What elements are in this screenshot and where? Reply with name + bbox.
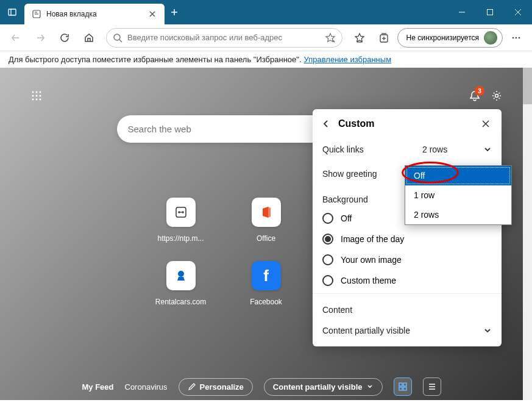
infobar-link[interactable]: Управление избранным xyxy=(304,55,392,64)
svg-rect-49 xyxy=(403,387,406,390)
background-option[interactable]: Image of the day xyxy=(313,229,502,249)
chevron-down-icon xyxy=(483,326,492,335)
feed-tab-coronavirus[interactable]: Coronavirus xyxy=(125,382,168,392)
personalize-button[interactable]: Personalize xyxy=(179,378,253,396)
page-settings-panel: Custom Quick links 2 rows Show greeting … xyxy=(313,109,502,346)
dropdown-option[interactable]: Off xyxy=(405,166,511,185)
tile-label: Office xyxy=(257,234,275,243)
background-option[interactable]: Your own image xyxy=(313,249,502,270)
new-tab-button[interactable] xyxy=(165,8,184,16)
svg-point-40 xyxy=(178,271,184,277)
page-icon xyxy=(166,198,196,227)
back-button[interactable] xyxy=(5,27,27,49)
quick-link-tile[interactable]: https://ntp.m... xyxy=(154,198,208,243)
notification-badge: 3 xyxy=(475,86,484,96)
tab-close-icon[interactable] xyxy=(147,9,157,19)
notifications-button[interactable]: 3 xyxy=(464,85,486,107)
pencil-icon xyxy=(188,382,196,391)
infobar-text: Для быстрого доступа поместите избранные… xyxy=(9,55,302,64)
svg-point-13 xyxy=(114,34,120,40)
omnibox-input[interactable] xyxy=(127,33,320,42)
svg-point-37 xyxy=(179,212,180,213)
office-icon xyxy=(252,198,281,227)
tile-label: https://ntp.m... xyxy=(157,234,204,243)
svg-point-28 xyxy=(36,95,38,97)
svg-point-24 xyxy=(32,91,34,93)
svg-point-22 xyxy=(516,37,517,38)
svg-point-26 xyxy=(40,91,41,93)
quick-link-tile[interactable]: f Facebook xyxy=(239,261,294,306)
svg-point-27 xyxy=(32,95,34,97)
browser-tab[interactable]: Новая вкладка xyxy=(24,4,165,24)
svg-rect-48 xyxy=(399,387,402,390)
quick-links-dropdown[interactable]: Off1 row2 rows xyxy=(405,165,512,225)
svg-point-30 xyxy=(32,99,34,101)
avatar xyxy=(484,31,497,45)
svg-rect-47 xyxy=(403,383,406,386)
app-launcher-button[interactable] xyxy=(27,86,46,106)
facebook-icon: f xyxy=(252,261,281,290)
rentalcars-icon xyxy=(166,261,196,290)
profile-sync-button[interactable]: Не синхронизируется xyxy=(397,28,503,48)
content-visibility-row[interactable]: Content partially visible xyxy=(313,318,502,343)
dropdown-option[interactable]: 1 row xyxy=(405,185,511,205)
svg-point-33 xyxy=(495,95,498,98)
tile-label: Rentalcars.com xyxy=(155,298,206,306)
close-button[interactable] xyxy=(504,0,532,24)
svg-line-14 xyxy=(119,40,122,42)
feed-tab-myfeed[interactable]: My Feed xyxy=(82,382,113,392)
radio-icon xyxy=(322,234,333,245)
panel-close-button[interactable] xyxy=(480,118,492,130)
sync-label: Не синхронизируется xyxy=(406,34,479,42)
dropdown-option[interactable]: 2 rows xyxy=(405,205,511,224)
scrollbar[interactable] xyxy=(523,68,532,400)
tile-label: Facebook xyxy=(250,298,282,306)
refresh-button[interactable] xyxy=(54,27,76,49)
svg-point-38 xyxy=(182,212,183,213)
page-icon xyxy=(32,9,41,19)
svg-point-32 xyxy=(40,99,41,101)
favorites-info-bar: Для быстрого доступа поместите избранные… xyxy=(0,51,532,68)
panel-back-button[interactable] xyxy=(320,118,332,130)
minimize-button[interactable] xyxy=(448,0,476,24)
collections-button[interactable] xyxy=(373,27,395,49)
chevron-down-icon xyxy=(483,145,492,154)
address-bar[interactable] xyxy=(106,28,342,48)
radio-icon xyxy=(322,213,333,224)
svg-point-23 xyxy=(519,37,520,38)
home-button[interactable] xyxy=(78,27,100,49)
gear-icon xyxy=(491,90,503,102)
panel-title: Custom xyxy=(338,118,473,129)
svg-point-29 xyxy=(40,95,41,97)
forward-button[interactable] xyxy=(29,27,51,49)
svg-point-25 xyxy=(36,91,38,93)
quick-links-row[interactable]: Quick links 2 rows xyxy=(313,137,502,162)
quick-link-tile[interactable]: Rentalcars.com xyxy=(154,261,208,306)
tab-actions-button[interactable] xyxy=(0,7,24,17)
favorites-button[interactable] xyxy=(349,27,371,49)
page-settings-button[interactable] xyxy=(486,85,508,107)
menu-button[interactable] xyxy=(505,27,527,49)
chevron-down-icon xyxy=(366,383,374,390)
maximize-button[interactable] xyxy=(476,0,504,24)
svg-rect-46 xyxy=(399,383,402,386)
list-view-button[interactable] xyxy=(423,378,441,396)
radio-icon xyxy=(322,254,333,265)
content-section-label: Content xyxy=(313,296,502,318)
tab-title: Новая вкладка xyxy=(46,10,143,18)
favorite-star-icon[interactable] xyxy=(325,32,336,43)
svg-point-31 xyxy=(36,99,38,101)
content-visibility-button[interactable]: Content partially visible xyxy=(264,378,383,396)
grid-view-button[interactable] xyxy=(394,378,412,396)
quick-link-tile[interactable]: Office xyxy=(239,198,294,243)
background-option[interactable]: Custom theme xyxy=(313,270,502,291)
search-icon xyxy=(113,33,122,43)
svg-rect-0 xyxy=(9,9,16,15)
svg-point-21 xyxy=(512,37,514,38)
svg-rect-10 xyxy=(488,10,493,15)
radio-icon xyxy=(322,275,333,286)
